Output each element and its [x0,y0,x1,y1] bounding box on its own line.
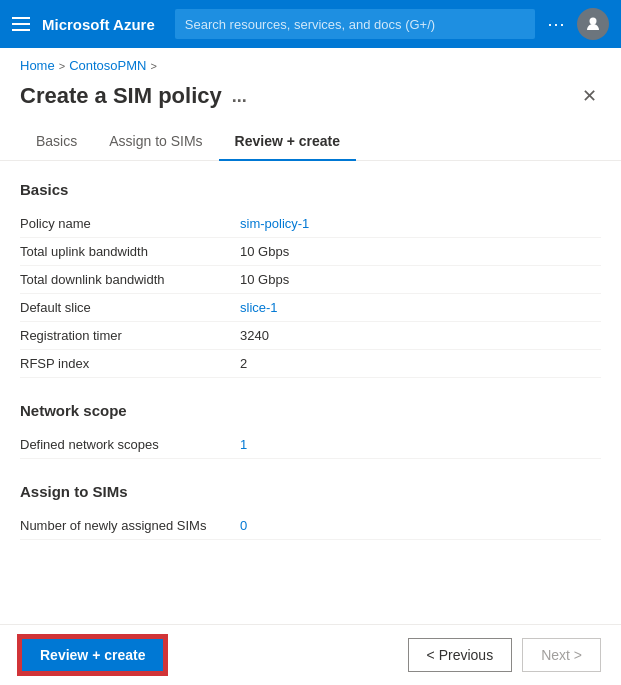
tab-assign-to-sims[interactable]: Assign to SIMs [93,123,218,161]
row-label: Number of newly assigned SIMs [20,518,240,533]
avatar[interactable] [577,8,609,40]
azure-logo: Microsoft Azure [42,16,155,33]
row-value: 0 [240,518,247,533]
next-button[interactable]: Next > [522,638,601,672]
panel-title-group: Create a SIM policy ... [20,83,247,109]
nav-more-icon[interactable]: ⋯ [547,13,565,35]
panel-options-icon[interactable]: ... [232,86,247,107]
tab-basics[interactable]: Basics [20,123,93,161]
breadcrumb-home[interactable]: Home [20,58,55,73]
row-value: slice-1 [240,300,278,315]
row-value: 10 Gbps [240,244,289,259]
tab-review-create[interactable]: Review + create [219,123,356,161]
row-label: Total uplink bandwidth [20,244,240,259]
breadcrumb-sep1: > [59,60,65,72]
main-panel: Home > ContosoPMN > Create a SIM policy … [0,48,621,685]
previous-button[interactable]: < Previous [408,638,513,672]
table-row: Total downlink bandwidth 10 Gbps [20,266,601,294]
breadcrumb-resource[interactable]: ContosoPMN [69,58,146,73]
footer-actions: Review + create < Previous Next > [0,624,621,685]
row-label: Defined network scopes [20,437,240,452]
row-label: Registration timer [20,328,240,343]
panel-header: Create a SIM policy ... ✕ [0,73,621,111]
close-icon[interactable]: ✕ [578,81,601,111]
breadcrumb: Home > ContosoPMN > [0,48,621,73]
basics-table: Policy name sim-policy-1 Total uplink ba… [20,210,601,378]
hamburger-menu[interactable] [12,17,30,31]
table-row: Number of newly assigned SIMs 0 [20,512,601,540]
assign-sims-section-title: Assign to SIMs [20,483,601,500]
table-row: Default slice slice-1 [20,294,601,322]
row-value: 10 Gbps [240,272,289,287]
assign-sims-table: Number of newly assigned SIMs 0 [20,512,601,540]
table-row: Registration timer 3240 [20,322,601,350]
tab-bar: Basics Assign to SIMs Review + create [0,123,621,161]
row-label: Policy name [20,216,240,231]
review-content: Basics Policy name sim-policy-1 Total up… [0,161,621,644]
table-row: Policy name sim-policy-1 [20,210,601,238]
row-value: sim-policy-1 [240,216,309,231]
breadcrumb-sep2: > [150,60,156,72]
table-row: Total uplink bandwidth 10 Gbps [20,238,601,266]
row-value: 3240 [240,328,269,343]
row-label: Total downlink bandwidth [20,272,240,287]
row-label: Default slice [20,300,240,315]
row-value: 2 [240,356,247,371]
top-nav: Microsoft Azure ⋯ [0,0,621,48]
review-create-button[interactable]: Review + create [20,637,165,673]
svg-point-0 [590,18,597,25]
row-value: 1 [240,437,247,452]
global-search-input[interactable] [175,9,535,39]
page-title: Create a SIM policy [20,83,222,109]
network-scope-table: Defined network scopes 1 [20,431,601,459]
basics-section-title: Basics [20,181,601,198]
table-row: RFSP index 2 [20,350,601,378]
table-row: Defined network scopes 1 [20,431,601,459]
network-scope-section-title: Network scope [20,402,601,419]
row-label: RFSP index [20,356,240,371]
